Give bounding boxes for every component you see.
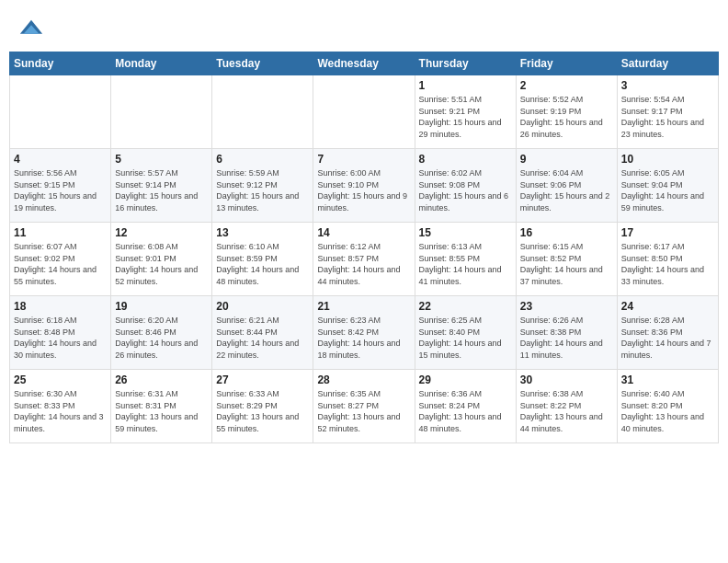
weekday-header-saturday: Saturday: [617, 52, 718, 75]
calendar-week-5: 25Sunrise: 6:30 AM Sunset: 8:33 PM Dayli…: [10, 370, 719, 443]
day-number: 28: [317, 373, 410, 386]
calendar-cell: 9Sunrise: 6:04 AM Sunset: 9:06 PM Daylig…: [516, 149, 617, 223]
calendar-cell: 8Sunrise: 6:02 AM Sunset: 9:08 PM Daylig…: [415, 149, 516, 223]
calendar-cell: 24Sunrise: 6:28 AM Sunset: 8:36 PM Dayli…: [617, 296, 718, 370]
calendar-cell: 31Sunrise: 6:40 AM Sunset: 8:20 PM Dayli…: [617, 370, 718, 443]
weekday-header-row: SundayMondayTuesdayWednesdayThursdayFrid…: [10, 52, 719, 75]
day-number: 7: [317, 153, 410, 166]
day-number: 31: [621, 373, 714, 386]
calendar-cell: 3Sunrise: 5:54 AM Sunset: 9:17 PM Daylig…: [617, 75, 718, 149]
calendar-cell: 16Sunrise: 6:15 AM Sunset: 8:52 PM Dayli…: [516, 223, 617, 296]
day-number: 14: [317, 226, 410, 239]
day-info: Sunrise: 6:35 AM Sunset: 8:27 PM Dayligh…: [317, 388, 410, 434]
day-number: 4: [14, 153, 107, 166]
day-number: 27: [216, 373, 309, 386]
calendar-cell: 17Sunrise: 6:17 AM Sunset: 8:50 PM Dayli…: [617, 223, 718, 296]
day-number: 9: [520, 153, 613, 166]
day-info: Sunrise: 6:12 AM Sunset: 8:57 PM Dayligh…: [317, 241, 410, 287]
day-number: 19: [115, 300, 208, 313]
day-info: Sunrise: 6:28 AM Sunset: 8:36 PM Dayligh…: [621, 315, 714, 361]
calendar-cell: 28Sunrise: 6:35 AM Sunset: 8:27 PM Dayli…: [313, 370, 415, 443]
day-number: 29: [419, 373, 512, 386]
day-info: Sunrise: 5:56 AM Sunset: 9:15 PM Dayligh…: [14, 167, 107, 213]
day-number: 20: [216, 300, 309, 313]
calendar-cell: 19Sunrise: 6:20 AM Sunset: 8:46 PM Dayli…: [111, 296, 212, 370]
day-info: Sunrise: 6:21 AM Sunset: 8:44 PM Dayligh…: [216, 315, 309, 361]
day-info: Sunrise: 6:08 AM Sunset: 9:01 PM Dayligh…: [115, 241, 208, 287]
calendar-cell: 23Sunrise: 6:26 AM Sunset: 8:38 PM Dayli…: [516, 296, 617, 370]
day-info: Sunrise: 6:10 AM Sunset: 8:59 PM Dayligh…: [216, 241, 309, 287]
calendar-header: SundayMondayTuesdayWednesdayThursdayFrid…: [10, 52, 719, 75]
day-info: Sunrise: 6:30 AM Sunset: 8:33 PM Dayligh…: [14, 388, 107, 434]
day-number: 6: [216, 153, 309, 166]
day-info: Sunrise: 5:54 AM Sunset: 9:17 PM Dayligh…: [621, 94, 714, 140]
calendar-cell: 25Sunrise: 6:30 AM Sunset: 8:33 PM Dayli…: [10, 370, 111, 443]
calendar-week-2: 4Sunrise: 5:56 AM Sunset: 9:15 PM Daylig…: [10, 149, 719, 223]
calendar-cell: 27Sunrise: 6:33 AM Sunset: 8:29 PM Dayli…: [212, 370, 313, 443]
calendar-cell: 14Sunrise: 6:12 AM Sunset: 8:57 PM Dayli…: [313, 223, 415, 296]
day-number: 15: [419, 226, 512, 239]
day-info: Sunrise: 6:17 AM Sunset: 8:50 PM Dayligh…: [621, 241, 714, 287]
day-info: Sunrise: 6:23 AM Sunset: 8:42 PM Dayligh…: [317, 315, 410, 361]
day-number: 23: [520, 300, 613, 313]
day-number: 11: [14, 226, 107, 239]
day-info: Sunrise: 6:38 AM Sunset: 8:22 PM Dayligh…: [520, 388, 613, 434]
day-info: Sunrise: 6:15 AM Sunset: 8:52 PM Dayligh…: [520, 241, 613, 287]
day-info: Sunrise: 6:25 AM Sunset: 8:40 PM Dayligh…: [419, 315, 512, 361]
day-number: 22: [419, 300, 512, 313]
day-number: 18: [14, 300, 107, 313]
calendar-cell: [111, 75, 212, 149]
weekday-header-friday: Friday: [516, 52, 617, 75]
calendar-week-1: 1Sunrise: 5:51 AM Sunset: 9:21 PM Daylig…: [10, 75, 719, 149]
weekday-header-wednesday: Wednesday: [313, 52, 415, 75]
calendar-cell: 2Sunrise: 5:52 AM Sunset: 9:19 PM Daylig…: [516, 75, 617, 149]
calendar-table: SundayMondayTuesdayWednesdayThursdayFrid…: [9, 52, 719, 443]
day-number: 26: [115, 373, 208, 386]
day-info: Sunrise: 6:40 AM Sunset: 8:20 PM Dayligh…: [621, 388, 714, 434]
calendar-body: 1Sunrise: 5:51 AM Sunset: 9:21 PM Daylig…: [10, 75, 719, 443]
day-number: 21: [317, 300, 410, 313]
day-number: 3: [621, 79, 714, 92]
logo-icon: [18, 17, 44, 42]
calendar-cell: [212, 75, 313, 149]
weekday-header-thursday: Thursday: [415, 52, 516, 75]
calendar-cell: 21Sunrise: 6:23 AM Sunset: 8:42 PM Dayli…: [313, 296, 415, 370]
day-info: Sunrise: 6:05 AM Sunset: 9:04 PM Dayligh…: [621, 167, 714, 213]
calendar-cell: [10, 75, 111, 149]
day-info: Sunrise: 6:33 AM Sunset: 8:29 PM Dayligh…: [216, 388, 309, 434]
day-info: Sunrise: 6:13 AM Sunset: 8:55 PM Dayligh…: [419, 241, 512, 287]
calendar-cell: 30Sunrise: 6:38 AM Sunset: 8:22 PM Dayli…: [516, 370, 617, 443]
calendar-cell: 29Sunrise: 6:36 AM Sunset: 8:24 PM Dayli…: [415, 370, 516, 443]
calendar-cell: 20Sunrise: 6:21 AM Sunset: 8:44 PM Dayli…: [212, 296, 313, 370]
calendar-cell: 13Sunrise: 6:10 AM Sunset: 8:59 PM Dayli…: [212, 223, 313, 296]
calendar-cell: 5Sunrise: 5:57 AM Sunset: 9:14 PM Daylig…: [111, 149, 212, 223]
day-number: 12: [115, 226, 208, 239]
day-info: Sunrise: 5:51 AM Sunset: 9:21 PM Dayligh…: [419, 94, 512, 140]
calendar-week-4: 18Sunrise: 6:18 AM Sunset: 8:48 PM Dayli…: [10, 296, 719, 370]
calendar-cell: 7Sunrise: 6:00 AM Sunset: 9:10 PM Daylig…: [313, 149, 415, 223]
calendar-cell: 1Sunrise: 5:51 AM Sunset: 9:21 PM Daylig…: [415, 75, 516, 149]
logo: [18, 17, 46, 42]
day-number: 8: [419, 153, 512, 166]
day-info: Sunrise: 5:52 AM Sunset: 9:19 PM Dayligh…: [520, 94, 613, 140]
weekday-header-tuesday: Tuesday: [212, 52, 313, 75]
day-number: 25: [14, 373, 107, 386]
calendar-cell: 26Sunrise: 6:31 AM Sunset: 8:31 PM Dayli…: [111, 370, 212, 443]
day-info: Sunrise: 6:20 AM Sunset: 8:46 PM Dayligh…: [115, 315, 208, 361]
calendar-cell: [313, 75, 415, 149]
calendar-cell: 6Sunrise: 5:59 AM Sunset: 9:12 PM Daylig…: [212, 149, 313, 223]
day-info: Sunrise: 6:00 AM Sunset: 9:10 PM Dayligh…: [317, 167, 410, 213]
day-info: Sunrise: 6:18 AM Sunset: 8:48 PM Dayligh…: [14, 315, 107, 361]
calendar-cell: 10Sunrise: 6:05 AM Sunset: 9:04 PM Dayli…: [617, 149, 718, 223]
page-header: [9, 9, 719, 48]
day-number: 5: [115, 153, 208, 166]
calendar-cell: 18Sunrise: 6:18 AM Sunset: 8:48 PM Dayli…: [10, 296, 111, 370]
day-number: 10: [621, 153, 714, 166]
calendar-cell: 12Sunrise: 6:08 AM Sunset: 9:01 PM Dayli…: [111, 223, 212, 296]
day-number: 24: [621, 300, 714, 313]
day-number: 16: [520, 226, 613, 239]
day-number: 1: [419, 79, 512, 92]
calendar-cell: 15Sunrise: 6:13 AM Sunset: 8:55 PM Dayli…: [415, 223, 516, 296]
day-info: Sunrise: 6:04 AM Sunset: 9:06 PM Dayligh…: [520, 167, 613, 213]
day-info: Sunrise: 6:36 AM Sunset: 8:24 PM Dayligh…: [419, 388, 512, 434]
